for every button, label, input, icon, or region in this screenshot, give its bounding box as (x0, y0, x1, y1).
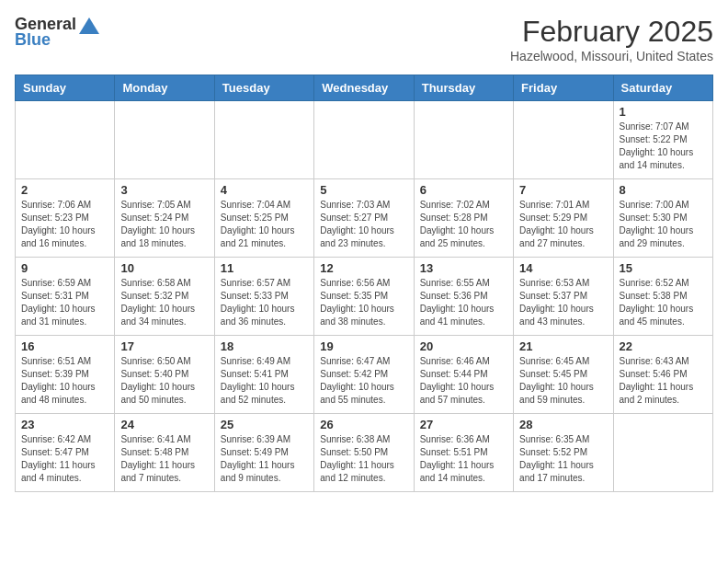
weekday-header-monday: Monday (115, 75, 214, 101)
calendar-cell: 24Sunrise: 6:41 AM Sunset: 5:48 PM Dayli… (115, 414, 214, 492)
calendar-cell (214, 101, 313, 179)
calendar-cell: 5Sunrise: 7:03 AM Sunset: 5:27 PM Daylig… (314, 179, 414, 258)
day-info: Sunrise: 6:49 AM Sunset: 5:41 PM Dayligh… (221, 355, 308, 407)
weekday-header-tuesday: Tuesday (214, 75, 313, 101)
day-info: Sunrise: 6:59 AM Sunset: 5:31 PM Dayligh… (21, 277, 108, 328)
week-row-1: 1Sunrise: 7:07 AM Sunset: 5:22 PM Daylig… (16, 101, 713, 179)
day-number: 27 (420, 418, 507, 431)
calendar-cell: 8Sunrise: 7:00 AM Sunset: 5:30 PM Daylig… (613, 179, 712, 258)
week-row-3: 9Sunrise: 6:59 AM Sunset: 5:31 PM Daylig… (16, 258, 713, 336)
calendar-cell (314, 101, 414, 179)
day-number: 14 (519, 261, 607, 275)
day-info: Sunrise: 6:36 AM Sunset: 5:51 PM Dayligh… (420, 433, 507, 485)
day-info: Sunrise: 7:00 AM Sunset: 5:30 PM Dayligh… (620, 199, 707, 250)
day-number: 18 (221, 339, 308, 353)
day-info: Sunrise: 7:02 AM Sunset: 5:28 PM Dayligh… (420, 199, 507, 250)
calendar-cell (414, 101, 513, 179)
day-info: Sunrise: 6:51 AM Sunset: 5:39 PM Dayligh… (21, 355, 108, 407)
logo: General Blue (15, 15, 99, 50)
calendar-table: SundayMondayTuesdayWednesdayThursdayFrid… (15, 75, 713, 492)
day-number: 19 (320, 339, 407, 353)
day-number: 16 (21, 339, 108, 353)
logo-triangle-icon (79, 17, 99, 34)
location-text: Hazelwood, Missouri, United States (510, 49, 713, 63)
day-info: Sunrise: 6:52 AM Sunset: 5:38 PM Dayligh… (620, 277, 707, 328)
calendar-cell: 19Sunrise: 6:47 AM Sunset: 5:42 PM Dayli… (314, 336, 414, 414)
svg-marker-0 (79, 17, 99, 34)
day-number: 5 (320, 183, 407, 197)
calendar-cell (613, 414, 712, 492)
calendar-cell: 4Sunrise: 7:04 AM Sunset: 5:25 PM Daylig… (214, 179, 313, 258)
calendar-cell: 9Sunrise: 6:59 AM Sunset: 5:31 PM Daylig… (16, 258, 115, 336)
calendar-cell: 22Sunrise: 6:43 AM Sunset: 5:46 PM Dayli… (613, 336, 712, 414)
calendar-cell: 23Sunrise: 6:42 AM Sunset: 5:47 PM Dayli… (16, 414, 115, 492)
day-info: Sunrise: 6:39 AM Sunset: 5:49 PM Dayligh… (221, 433, 308, 485)
calendar-cell: 17Sunrise: 6:50 AM Sunset: 5:40 PM Dayli… (115, 336, 214, 414)
day-info: Sunrise: 6:55 AM Sunset: 5:36 PM Dayligh… (420, 277, 507, 328)
day-info: Sunrise: 6:47 AM Sunset: 5:42 PM Dayligh… (320, 355, 407, 407)
day-number: 24 (120, 418, 208, 431)
week-row-5: 23Sunrise: 6:42 AM Sunset: 5:47 PM Dayli… (16, 414, 713, 492)
calendar-cell (514, 101, 613, 179)
day-info: Sunrise: 7:04 AM Sunset: 5:25 PM Dayligh… (221, 199, 308, 250)
weekday-header-saturday: Saturday (613, 75, 712, 101)
day-number: 2 (21, 183, 108, 197)
weekday-header-row: SundayMondayTuesdayWednesdayThursdayFrid… (16, 75, 713, 101)
day-number: 23 (21, 418, 108, 431)
calendar-cell: 28Sunrise: 6:35 AM Sunset: 5:52 PM Dayli… (514, 414, 613, 492)
day-info: Sunrise: 6:35 AM Sunset: 5:52 PM Dayligh… (519, 433, 607, 485)
day-info: Sunrise: 6:41 AM Sunset: 5:48 PM Dayligh… (120, 433, 208, 485)
weekday-header-friday: Friday (514, 75, 613, 101)
day-number: 28 (519, 418, 607, 431)
weekday-header-thursday: Thursday (414, 75, 513, 101)
day-number: 11 (221, 261, 308, 275)
calendar-cell: 27Sunrise: 6:36 AM Sunset: 5:51 PM Dayli… (414, 414, 513, 492)
day-number: 22 (620, 339, 707, 353)
day-info: Sunrise: 7:01 AM Sunset: 5:29 PM Dayligh… (519, 199, 607, 250)
calendar-cell: 2Sunrise: 7:06 AM Sunset: 5:23 PM Daylig… (16, 179, 115, 258)
calendar-cell: 1Sunrise: 7:07 AM Sunset: 5:22 PM Daylig… (613, 101, 712, 179)
page-header: General Blue February 2025 Hazelwood, Mi… (15, 15, 713, 63)
day-info: Sunrise: 6:38 AM Sunset: 5:50 PM Dayligh… (320, 433, 407, 485)
day-number: 15 (620, 261, 707, 275)
calendar-cell: 10Sunrise: 6:58 AM Sunset: 5:32 PM Dayli… (115, 258, 214, 336)
calendar-cell: 14Sunrise: 6:53 AM Sunset: 5:37 PM Dayli… (514, 258, 613, 336)
day-number: 25 (221, 418, 308, 431)
day-number: 6 (420, 183, 507, 197)
day-number: 4 (221, 183, 308, 197)
week-row-4: 16Sunrise: 6:51 AM Sunset: 5:39 PM Dayli… (16, 336, 713, 414)
day-info: Sunrise: 6:43 AM Sunset: 5:46 PM Dayligh… (620, 355, 707, 407)
day-number: 12 (320, 261, 407, 275)
calendar-cell (115, 101, 214, 179)
day-number: 21 (519, 339, 607, 353)
calendar-cell: 20Sunrise: 6:46 AM Sunset: 5:44 PM Dayli… (414, 336, 513, 414)
day-info: Sunrise: 6:45 AM Sunset: 5:45 PM Dayligh… (519, 355, 607, 407)
weekday-header-wednesday: Wednesday (314, 75, 414, 101)
calendar-cell: 21Sunrise: 6:45 AM Sunset: 5:45 PM Dayli… (514, 336, 613, 414)
calendar-cell: 18Sunrise: 6:49 AM Sunset: 5:41 PM Dayli… (214, 336, 313, 414)
month-title: February 2025 (510, 15, 713, 49)
day-info: Sunrise: 6:42 AM Sunset: 5:47 PM Dayligh… (21, 433, 108, 485)
day-info: Sunrise: 7:03 AM Sunset: 5:27 PM Dayligh… (320, 199, 407, 250)
calendar-cell: 6Sunrise: 7:02 AM Sunset: 5:28 PM Daylig… (414, 179, 513, 258)
day-info: Sunrise: 7:06 AM Sunset: 5:23 PM Dayligh… (21, 199, 108, 250)
day-number: 9 (21, 261, 108, 275)
calendar-cell (16, 101, 115, 179)
day-number: 3 (120, 183, 208, 197)
day-number: 17 (120, 339, 208, 353)
calendar-cell: 25Sunrise: 6:39 AM Sunset: 5:49 PM Dayli… (214, 414, 313, 492)
day-number: 10 (120, 261, 208, 275)
calendar-cell: 16Sunrise: 6:51 AM Sunset: 5:39 PM Dayli… (16, 336, 115, 414)
calendar-cell: 3Sunrise: 7:05 AM Sunset: 5:24 PM Daylig… (115, 179, 214, 258)
calendar-cell: 26Sunrise: 6:38 AM Sunset: 5:50 PM Dayli… (314, 414, 414, 492)
day-info: Sunrise: 7:05 AM Sunset: 5:24 PM Dayligh… (120, 199, 208, 250)
day-number: 7 (519, 183, 607, 197)
calendar-cell: 15Sunrise: 6:52 AM Sunset: 5:38 PM Dayli… (613, 258, 712, 336)
day-info: Sunrise: 6:56 AM Sunset: 5:35 PM Dayligh… (320, 277, 407, 328)
calendar-cell: 7Sunrise: 7:01 AM Sunset: 5:29 PM Daylig… (514, 179, 613, 258)
day-number: 13 (420, 261, 507, 275)
logo-blue-text: Blue (15, 30, 51, 50)
calendar-cell: 12Sunrise: 6:56 AM Sunset: 5:35 PM Dayli… (314, 258, 414, 336)
day-number: 20 (420, 339, 507, 353)
day-info: Sunrise: 6:58 AM Sunset: 5:32 PM Dayligh… (120, 277, 208, 328)
